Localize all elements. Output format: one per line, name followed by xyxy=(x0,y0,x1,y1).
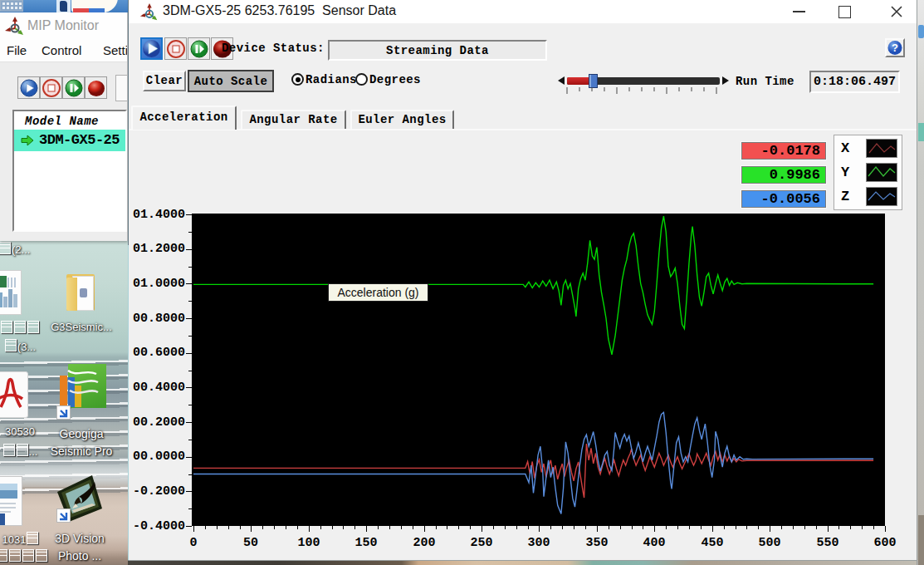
svg-text:?: ? xyxy=(892,42,898,54)
